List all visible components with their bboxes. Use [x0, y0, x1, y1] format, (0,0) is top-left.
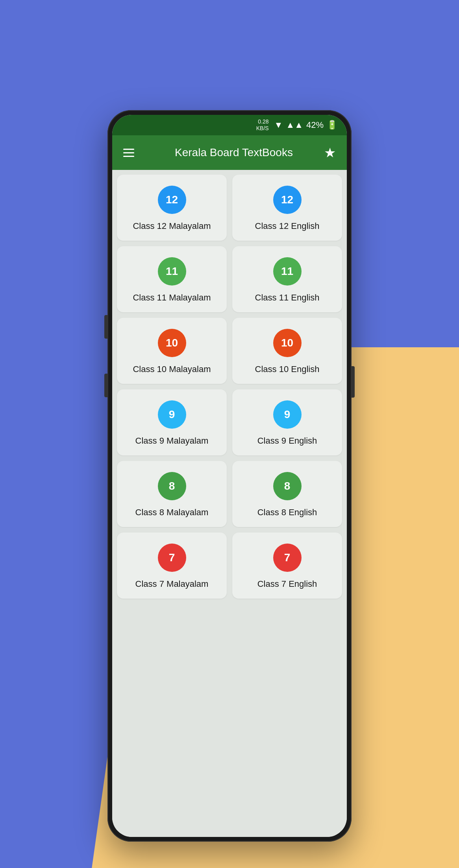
card-badge-2: 12 [273, 186, 302, 214]
card-item-1[interactable]: 12Class 12 Malayalam [117, 175, 227, 241]
card-label-8: Class 9 English [257, 436, 317, 446]
phone-frame: 0.28 KB/S ▼ ▲▲ 42% 🔋 [107, 110, 352, 842]
card-item-2[interactable]: 12Class 12 English [232, 175, 342, 241]
favorites-button[interactable]: ★ [324, 145, 336, 160]
card-badge-7: 9 [158, 400, 186, 429]
app-bar: Kerala Board TextBooks ★ [112, 135, 347, 170]
card-item-11[interactable]: 7Class 7 Malayalam [117, 533, 227, 599]
card-badge-11: 7 [158, 544, 186, 572]
battery-icon: 🔋 [327, 120, 337, 130]
card-label-3: Class 11 Malayalam [133, 293, 211, 303]
volume-up-button [104, 315, 107, 339]
card-badge-10: 8 [273, 472, 302, 500]
card-label-5: Class 10 Malayalam [133, 364, 211, 374]
card-label-12: Class 7 English [257, 579, 317, 589]
app-title: Kerala Board TextBooks [144, 146, 324, 159]
phone-wrapper: 0.28 KB/S ▼ ▲▲ 42% 🔋 [107, 110, 352, 842]
menu-button[interactable] [123, 149, 134, 157]
card-badge-1: 12 [158, 186, 186, 214]
card-item-10[interactable]: 8Class 8 English [232, 461, 342, 527]
card-badge-9: 8 [158, 472, 186, 500]
card-item-7[interactable]: 9Class 9 Malayalam [117, 389, 227, 455]
scroll-content[interactable]: 12Class 12 Malayalam12Class 12 English11… [112, 170, 347, 837]
card-item-12[interactable]: 7Class 7 English [232, 533, 342, 599]
card-item-9[interactable]: 8Class 8 Malayalam [117, 461, 227, 527]
card-label-6: Class 10 English [255, 364, 320, 374]
card-label-11: Class 7 Malayalam [135, 579, 209, 589]
status-bar: 0.28 KB/S ▼ ▲▲ 42% 🔋 [112, 115, 347, 135]
card-item-8[interactable]: 9Class 9 English [232, 389, 342, 455]
card-grid: 12Class 12 Malayalam12Class 12 English11… [117, 175, 342, 599]
card-item-3[interactable]: 11Class 11 Malayalam [117, 246, 227, 312]
card-badge-4: 11 [273, 257, 302, 286]
status-icons: 0.28 KB/S ▼ ▲▲ 42% 🔋 [256, 118, 337, 132]
card-label-7: Class 9 Malayalam [135, 436, 209, 446]
card-badge-3: 11 [158, 257, 186, 286]
card-badge-6: 10 [273, 329, 302, 357]
card-label-9: Class 8 Malayalam [135, 507, 209, 518]
card-badge-12: 7 [273, 544, 302, 572]
card-label-4: Class 11 English [255, 293, 320, 303]
signal-icon: ▲▲ [286, 120, 303, 130]
card-label-10: Class 8 English [257, 507, 317, 518]
card-item-4[interactable]: 11Class 11 English [232, 246, 342, 312]
card-item-6[interactable]: 10Class 10 English [232, 318, 342, 384]
phone-screen: 0.28 KB/S ▼ ▲▲ 42% 🔋 [112, 115, 347, 837]
card-label-2: Class 12 English [255, 221, 320, 231]
card-badge-5: 10 [158, 329, 186, 357]
wifi-icon: ▼ [274, 120, 283, 130]
volume-down-button [104, 374, 107, 397]
card-item-5[interactable]: 10Class 10 Malayalam [117, 318, 227, 384]
card-label-1: Class 12 Malayalam [133, 221, 211, 231]
power-button [352, 366, 355, 398]
data-speed: 0.28 KB/S [256, 118, 269, 132]
battery-label: 42% [306, 120, 324, 130]
card-badge-8: 9 [273, 400, 302, 429]
